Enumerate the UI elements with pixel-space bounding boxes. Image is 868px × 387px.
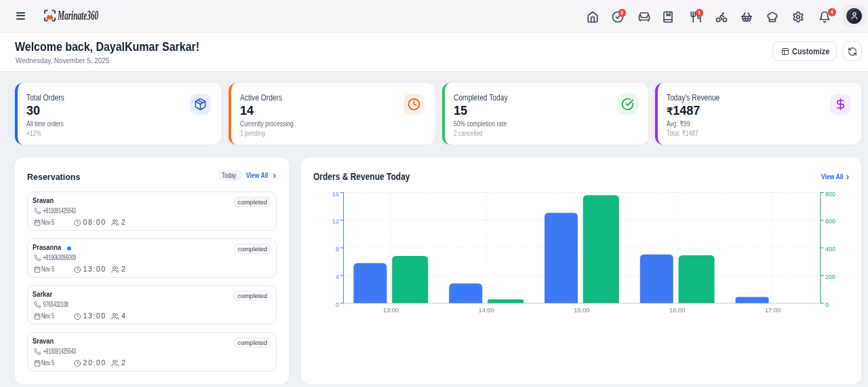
svg-text:12: 12 — [332, 218, 339, 225]
svg-text:8: 8 — [336, 246, 339, 253]
svg-text:400: 400 — [825, 246, 835, 253]
svg-text:16:00: 16:00 — [669, 307, 685, 314]
svg-text:16: 16 — [332, 191, 339, 198]
svg-text:13:00: 13:00 — [383, 307, 399, 314]
svg-text:14:00: 14:00 — [479, 307, 494, 314]
svg-text:0: 0 — [825, 301, 829, 308]
svg-text:0: 0 — [336, 301, 339, 308]
svg-text:15:00: 15:00 — [574, 307, 589, 314]
svg-text:17:00: 17:00 — [765, 307, 781, 314]
svg-text:800: 800 — [825, 191, 835, 198]
svg-text:200: 200 — [825, 274, 835, 280]
svg-text:600: 600 — [825, 218, 835, 225]
svg-text:4: 4 — [336, 274, 339, 280]
